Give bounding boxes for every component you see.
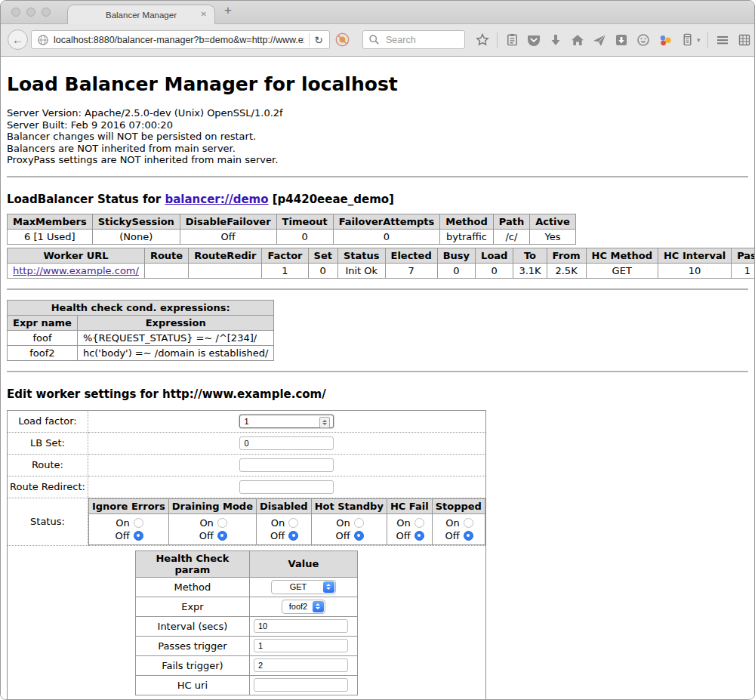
site-identity-globe-icon[interactable] xyxy=(37,34,49,46)
tab-bar: Balancer Manager ✕ + xyxy=(1,1,754,24)
hc-interval-row: Interval (secs) xyxy=(135,616,357,636)
hc-uri-input[interactable] xyxy=(254,678,348,692)
hc-expr-select[interactable]: foof2 xyxy=(282,600,325,614)
toolbar-icons: ▾ xyxy=(475,30,752,49)
server-info: Server Version: Apache/2.5.0-dev (Unix) … xyxy=(7,107,748,166)
server-note: ProxyPass settings are NOT inherited fro… xyxy=(7,154,748,166)
url-bar[interactable]: localhost:8880/balancer-manager?b=demo&w… xyxy=(31,30,330,49)
form-row-lb-set: LB Set: xyxy=(8,432,486,454)
table-header-row: Expr name Expression xyxy=(8,315,274,330)
table-row: 6 [1 Used] (None) Off 0 0 bytraffic /c/ … xyxy=(8,229,576,244)
emoji-addon-icon[interactable] xyxy=(636,32,651,48)
close-window-button[interactable] xyxy=(11,8,20,17)
browser-window: Balancer Manager ✕ + ← localhost:8880/ba… xyxy=(0,0,755,700)
stopped-on-radio[interactable] xyxy=(464,518,473,528)
stopped-off-radio[interactable] xyxy=(464,531,473,541)
form-row-health-check: Health Check param Value Method GET Expr xyxy=(8,545,486,700)
form-row-status: Status: Ignore Errors Draining Mode Disa… xyxy=(8,498,486,545)
disabled-on-radio[interactable] xyxy=(288,518,298,528)
addon-square-download-icon[interactable] xyxy=(614,32,629,48)
balancer-heading: LoadBalancer Status for balancer://demo … xyxy=(7,193,748,206)
pocket-icon[interactable] xyxy=(526,32,541,48)
tab-title: Balancer Manager xyxy=(106,11,177,20)
number-stepper-icon[interactable] xyxy=(319,417,330,428)
status-table: Ignore Errors Draining Mode Disabled Hot… xyxy=(88,498,485,545)
edit-worker-heading: Edit worker settings for http://www.exam… xyxy=(7,387,748,401)
bookmarks-menu-icon[interactable] xyxy=(504,32,519,48)
hc-uri-row: HC uri xyxy=(135,675,357,695)
hc-expr-row: Expr foof2 xyxy=(135,597,357,616)
balancer-heading-suffix: [p4420eeae_demo] xyxy=(269,193,394,206)
hc-method-row: Method GET xyxy=(135,577,357,597)
hc-fail-on-radio[interactable] xyxy=(414,518,424,528)
menu-icon[interactable] xyxy=(715,32,730,48)
select-chevrons-icon xyxy=(313,601,324,612)
hot-standby-on-radio[interactable] xyxy=(354,518,364,528)
table-row: foof %{REQUEST_STATUS} =~ /^[234]/ xyxy=(8,330,274,345)
route-input[interactable] xyxy=(239,458,334,472)
server-built: Server Built: Feb 9 2016 07:00:20 xyxy=(7,119,748,131)
balancer-link[interactable]: balancer://demo xyxy=(165,193,268,206)
lb-set-input[interactable] xyxy=(239,436,334,450)
back-button[interactable]: ← xyxy=(8,29,28,50)
new-tab-button[interactable]: + xyxy=(224,3,232,18)
colorful-dots-addon-icon[interactable] xyxy=(658,32,673,48)
screenshot-addon-icon[interactable] xyxy=(737,32,752,48)
health-check-expressions-table: Health check cond. expressions: Expr nam… xyxy=(7,300,274,361)
route-redirect-input[interactable] xyxy=(239,480,334,494)
server-version: Server Version: Apache/2.5.0-dev (Unix) … xyxy=(7,107,748,119)
worker-settings-form: Load factor: LB Set: Route: Route Redire… xyxy=(7,410,486,700)
hc-fail-off-radio[interactable] xyxy=(414,531,424,541)
addon-caret-icon[interactable]: ▾ xyxy=(697,36,701,44)
form-row-route-redirect: Route Redirect: xyxy=(8,476,486,498)
table-header-row: Worker URL Route RouteRedir Factor Set S… xyxy=(8,248,755,263)
content-blocker-icon[interactable] xyxy=(334,31,351,48)
select-chevrons-icon xyxy=(323,581,334,593)
server-note: Balancer changes will NOT be persisted o… xyxy=(7,131,748,143)
hc-interval-input[interactable] xyxy=(254,619,348,633)
table-header-row: Ignore Errors Draining Mode Disabled Hot… xyxy=(88,498,485,513)
search-input[interactable] xyxy=(384,34,464,46)
clipboard-addon-icon[interactable] xyxy=(680,32,695,48)
ignore-errors-on-radio[interactable] xyxy=(134,518,143,528)
draining-mode-off-radio[interactable] xyxy=(217,531,227,541)
url-divider xyxy=(309,33,310,46)
divider xyxy=(7,176,748,177)
draining-mode-on-radio[interactable] xyxy=(217,518,227,528)
balancer-heading-prefix: LoadBalancer Status for xyxy=(7,193,165,206)
toolbar-separator xyxy=(707,32,708,48)
bookmark-star-icon[interactable] xyxy=(475,32,490,48)
hc-fails-input[interactable] xyxy=(254,658,348,672)
health-check-param-table: Health Check param Value Method GET Expr xyxy=(135,550,358,695)
hot-standby-off-radio[interactable] xyxy=(354,531,364,541)
toolbar-separator xyxy=(497,32,498,48)
send-tab-icon[interactable] xyxy=(592,32,607,48)
server-note: Balancers are NOT inherited from main se… xyxy=(7,143,748,155)
downloads-icon[interactable] xyxy=(548,32,563,48)
minimize-window-button[interactable] xyxy=(26,8,35,17)
tab-balancer-manager[interactable]: Balancer Manager ✕ xyxy=(67,5,215,25)
search-bar[interactable] xyxy=(362,30,465,49)
search-icon xyxy=(368,34,380,45)
hc-fails-row: Fails trigger) xyxy=(135,655,357,675)
table-header-row: Health Check param Value xyxy=(135,550,357,577)
hc-passes-row: Passes trigger xyxy=(135,636,357,655)
zoom-window-button[interactable] xyxy=(42,8,51,17)
home-icon[interactable] xyxy=(570,32,585,48)
divider xyxy=(7,371,748,372)
close-tab-icon[interactable]: ✕ xyxy=(201,10,207,18)
table-header-row: MaxMembers StickySession DisableFailover… xyxy=(8,214,576,229)
url-text[interactable]: localhost:8880/balancer-manager?b=demo&w… xyxy=(54,35,304,45)
ignore-errors-off-radio[interactable] xyxy=(134,531,143,541)
form-row-load-factor: Load factor: xyxy=(8,410,486,432)
table-row: foof2 hc('body') =~ /domain is establish… xyxy=(8,345,274,360)
worker-status-table: Worker URL Route RouteRedir Factor Set S… xyxy=(7,248,755,279)
status-radio-row: On Off On Off On Off xyxy=(88,513,485,544)
divider xyxy=(7,288,748,290)
hc-passes-input[interactable] xyxy=(254,639,348,652)
reload-icon[interactable]: ↻ xyxy=(314,34,323,46)
hc-method-select[interactable]: GET xyxy=(271,580,336,594)
disabled-off-radio[interactable] xyxy=(288,531,298,541)
navigation-toolbar: ← localhost:8880/balancer-manager?b=demo… xyxy=(1,24,754,57)
worker-url-link[interactable]: http://www.example.com/ xyxy=(13,265,139,276)
